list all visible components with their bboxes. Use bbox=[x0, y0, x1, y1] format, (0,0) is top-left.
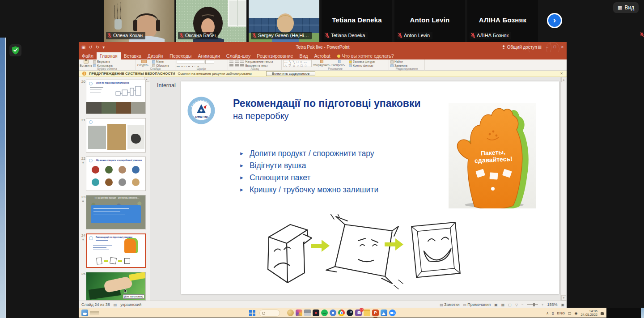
tab-view[interactable]: Вид bbox=[296, 52, 311, 59]
file-explorer-icon[interactable] bbox=[364, 310, 370, 316]
zoom-view-button[interactable]: ▦ Вид bbox=[613, 2, 639, 13]
align-text-button[interactable]: Выровнять текст bbox=[245, 64, 280, 67]
chrome-icon[interactable] bbox=[338, 310, 345, 316]
minimize-button[interactable]: – bbox=[544, 42, 551, 52]
slide-thumbnail-24-selected[interactable]: Рекомендації по підготовці упаковки bbox=[86, 233, 146, 268]
next-participants-button[interactable]: › bbox=[547, 13, 562, 28]
volume-icon[interactable]: ◉ bbox=[574, 311, 577, 315]
tab-transitions[interactable]: Переходы bbox=[166, 52, 195, 59]
scroll-up-icon[interactable]: ▴ bbox=[561, 77, 566, 82]
language-switcher[interactable]: ENG bbox=[557, 311, 565, 315]
text-direction-button[interactable]: Направление текста bbox=[245, 60, 280, 64]
slideshow-button[interactable]: ▽ bbox=[515, 303, 518, 307]
spotify-icon[interactable] bbox=[321, 310, 328, 316]
comments-toggle[interactable]: ▭ Примечания bbox=[463, 302, 491, 307]
slide-thumbnail-22[interactable]: Що можна створити з переробленої упаковк… bbox=[86, 157, 146, 191]
bullets-button[interactable] bbox=[229, 60, 233, 63]
font-name-combo[interactable] bbox=[177, 60, 204, 64]
participant-tile-sergey[interactable]: Sergey Green (Не,Ні… bbox=[249, 0, 319, 42]
slide-sorter-view-button[interactable]: ▦ bbox=[501, 303, 505, 307]
tab-animations[interactable]: Анимации bbox=[195, 52, 223, 59]
slide-thumbnail-20[interactable]: Лінія по переробці поліалюмінію bbox=[86, 80, 146, 114]
ribbon-display-options-button[interactable]: ▤ bbox=[536, 42, 543, 52]
hidden-icons-chevron[interactable]: ∧ bbox=[546, 311, 549, 315]
window-controls: ▤ – □ × bbox=[536, 42, 566, 52]
slide-thumbnail-23[interactable]: Те, що для вас відходи – для когось сиро… bbox=[86, 195, 146, 229]
fit-to-window-button[interactable]: ▣ bbox=[561, 303, 564, 307]
steam-icon[interactable] bbox=[347, 310, 353, 316]
layout-button[interactable]: Макет bbox=[152, 60, 169, 64]
numbering-button[interactable] bbox=[235, 60, 239, 63]
slide-area-scrollbar[interactable]: ▴ ▾ bbox=[560, 77, 567, 301]
indent-button[interactable] bbox=[240, 60, 244, 63]
warning-close-icon[interactable]: ✕ bbox=[560, 72, 563, 76]
viber-icon[interactable]: ☎17 bbox=[355, 310, 362, 316]
font-size-combo[interactable] bbox=[205, 60, 214, 64]
shape-fill-button[interactable]: Заливка фигуры bbox=[349, 60, 377, 64]
tab-design[interactable]: Дизайн bbox=[144, 52, 166, 59]
share-button[interactable]: Общий доступ bbox=[502, 42, 537, 52]
weather-widget[interactable] bbox=[81, 310, 99, 316]
blue-circle-app-icon[interactable] bbox=[330, 310, 336, 316]
participant-tile-cutoff bbox=[640, 30, 644, 38]
mic-muted-icon bbox=[179, 33, 184, 38]
tab-insert[interactable]: Вставка bbox=[121, 52, 144, 59]
zoom-slider-knob[interactable] bbox=[533, 303, 535, 306]
shapes-gallery[interactable]: ▭ ╲ ╲ □ ○ ▭△ ▽ ◇ ○ □ ☆↔ ↕ ⌒ ( ) ☆ bbox=[283, 60, 312, 67]
copy-button[interactable]: Копировать bbox=[93, 64, 123, 67]
display-icon[interactable]: ▢ bbox=[568, 311, 572, 315]
quick-styles-button[interactable]: Экспресс-стили bbox=[331, 60, 347, 67]
start-button[interactable] bbox=[249, 310, 255, 316]
laptop-app-icon[interactable] bbox=[304, 310, 311, 316]
ppt-title-bar[interactable]: ▣ ↺ ↻ ▾ Tetra Pak live - PowerPoint Общи… bbox=[79, 42, 567, 52]
participant-tile-alina[interactable]: АЛІНА Бозняк АЛІНА Бозняк bbox=[467, 0, 538, 42]
new-slide-button[interactable]: Создать слайд bbox=[137, 60, 151, 67]
slide-thumbnail-25[interactable]: [Без заголовка] bbox=[86, 272, 146, 301]
zoom-in-button[interactable]: + bbox=[542, 303, 544, 307]
arrange-button[interactable]: Упорядочить bbox=[313, 60, 330, 67]
photos-icon[interactable] bbox=[381, 310, 387, 316]
tab-home[interactable]: Главная bbox=[97, 52, 121, 59]
powerpoint-icon[interactable]: P bbox=[372, 310, 379, 316]
zoom-percentage[interactable]: 156% bbox=[547, 302, 557, 307]
zoom-app-icon[interactable] bbox=[389, 310, 396, 316]
participant-tile-tetiana[interactable]: Tetiana Deneka Tetiana Deneka bbox=[322, 0, 392, 42]
tell-me-box[interactable]: Что вы хотите сделать? bbox=[334, 52, 398, 59]
paste-button[interactable]: Вставить bbox=[80, 60, 92, 67]
replace-button[interactable]: Заменить bbox=[390, 64, 408, 67]
tab-review[interactable]: Рецензирование bbox=[254, 52, 296, 59]
notes-toggle[interactable]: ▤ Заметки bbox=[440, 302, 459, 307]
language-indicator[interactable]: украинский bbox=[120, 302, 141, 307]
scroll-down-icon[interactable]: ▾ bbox=[561, 295, 566, 301]
colorful-app-icon[interactable] bbox=[296, 310, 302, 316]
zoom-slider[interactable] bbox=[527, 304, 538, 305]
video-app-icon[interactable] bbox=[313, 310, 319, 316]
find-button[interactable]: Найти bbox=[390, 60, 408, 64]
tab-acrobat[interactable]: Acrobat bbox=[311, 52, 333, 59]
enable-content-button[interactable]: Включить содержимое bbox=[266, 71, 315, 76]
normal-view-button[interactable]: ▣ bbox=[494, 303, 498, 307]
taskbar-clock[interactable]: 14:06 24.05.2022 bbox=[580, 310, 597, 317]
participant-tile-oksana-active-speaker[interactable]: Оксана Бабіч bbox=[176, 0, 246, 42]
layout-icon bbox=[152, 60, 155, 64]
tab-slideshow[interactable]: Слайд-шоу bbox=[223, 52, 254, 59]
cut-button[interactable]: Вырезать bbox=[93, 60, 123, 64]
shape-outline-button[interactable]: Контур фигуры bbox=[349, 64, 377, 67]
current-slide[interactable]: PROTECTS WHAT'S GOOD Tetra Pak Рекоменда… bbox=[181, 81, 559, 294]
game-app-icon[interactable] bbox=[287, 310, 294, 316]
tab-file[interactable]: Файл bbox=[79, 52, 97, 59]
close-button[interactable]: × bbox=[559, 42, 566, 52]
tray-app-icon[interactable]: ▯ bbox=[552, 311, 554, 315]
participant-tile-anton[interactable]: Anton Levin Anton Levin bbox=[394, 0, 465, 42]
zoom-out-button[interactable]: − bbox=[521, 303, 524, 307]
slide-editing-area[interactable]: Internal PROTECTS WHAT'S GOOD Tetra Pak bbox=[150, 77, 560, 301]
spellcheck-icon[interactable]: ▤ bbox=[114, 303, 117, 307]
notifications-bell-icon[interactable] bbox=[601, 312, 604, 315]
reset-button[interactable]: Сбросить bbox=[152, 64, 169, 67]
slide-thumbnail-21[interactable] bbox=[86, 118, 146, 153]
reading-view-button[interactable]: ▢ bbox=[508, 303, 512, 307]
taskbar-search[interactable] bbox=[259, 310, 280, 317]
participant-tile-olena[interactable]: Олена Кохан bbox=[104, 0, 174, 42]
maximize-button[interactable]: □ bbox=[551, 42, 558, 52]
participant-name-badge: Олена Кохан bbox=[106, 32, 145, 39]
